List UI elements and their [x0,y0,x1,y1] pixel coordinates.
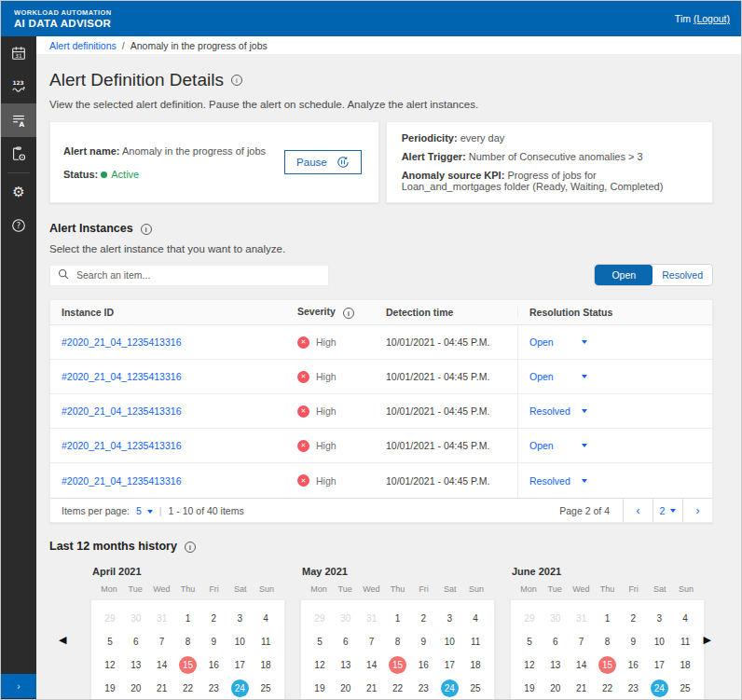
page-title-info-icon[interactable] [231,75,242,86]
prev-page-button[interactable]: ‹ [623,499,653,522]
calendar-day[interactable]: 3 [646,607,672,630]
calendar-day[interactable]: 22 [175,677,201,700]
calendar-day[interactable]: 13 [123,653,149,677]
calendar-day[interactable]: 14 [359,653,385,677]
sidebar-item-settings[interactable]: ⚙ [1,175,36,209]
instance-id-link[interactable]: #2020_21_04_1235413316 [62,371,181,382]
calendar-day[interactable]: 2 [620,607,646,630]
calendar-day[interactable]: 16 [620,653,646,677]
calendar-day[interactable]: 7 [149,630,175,653]
calendar-day[interactable]: 25 [672,677,698,700]
calendar-day[interactable]: 12 [516,653,543,677]
filter-open-button[interactable]: Open [595,265,653,285]
calendar-day[interactable]: 21 [569,677,595,700]
calendar-day[interactable]: 5 [97,630,123,653]
calendar-day[interactable]: 20 [333,677,359,700]
calendar-day[interactable]: 13 [333,653,359,677]
instance-id-link[interactable]: #2020_21_04_1235413316 [62,405,181,417]
next-page-button[interactable]: › [682,499,712,522]
resolution-status-dropdown[interactable]: Open [529,371,576,382]
severity-info-icon[interactable] [343,308,354,319]
calendar-day[interactable]: 17 [227,653,253,677]
calendar-day[interactable]: 19 [97,677,123,700]
calendar-day[interactable]: 9 [620,630,646,653]
calendar-day[interactable]: 25 [253,677,279,700]
calendar-day[interactable]: 17 [646,653,672,677]
sidebar-expand-button[interactable]: › [1,674,36,698]
calendar-day[interactable]: 6 [543,630,569,653]
sidebar-item-calendar[interactable]: 31 [1,36,36,70]
calendar-day[interactable]: 1 [595,607,621,630]
calendar-day[interactable]: 8 [175,630,201,653]
calendar-day[interactable]: 18 [253,653,279,677]
calendar-day[interactable]: 10 [436,630,462,653]
calendar-day[interactable]: 6 [123,630,149,653]
calendar-day[interactable]: 23 [410,677,436,700]
calendar-day[interactable]: 4 [462,607,488,630]
sidebar-item-help[interactable]: ? [1,209,36,242]
calendar-day[interactable]: 22 [385,677,411,700]
calendar-day[interactable]: 9 [410,630,436,653]
calendar-day[interactable]: 2 [200,607,227,630]
history-info-icon[interactable] [185,542,196,553]
calendar-day[interactable]: 24 [436,677,462,700]
calendar-day[interactable]: 1 [175,607,201,630]
calendar-day[interactable]: 1 [385,607,411,630]
calendar-day[interactable]: 11 [462,630,488,653]
breadcrumb-alert-definitions[interactable]: Alert definitions [49,40,117,51]
resolution-status-dropdown[interactable]: Resolved [529,405,576,417]
calendar-day[interactable]: 7 [359,630,385,653]
calendar-day[interactable]: 11 [253,630,279,653]
sidebar-item-kpis[interactable]: 123 [1,70,36,103]
calendar-day[interactable]: 18 [672,653,698,677]
alert-instances-info-icon[interactable] [141,224,152,235]
calendar-day[interactable]: 21 [359,677,385,700]
calendar-day[interactable]: 8 [385,630,411,653]
calendar-day[interactable]: 22 [595,677,621,700]
search-input[interactable] [76,269,321,281]
calendar-day[interactable]: 10 [646,630,672,653]
calendar-prev-icon[interactable]: ◀ [59,634,66,646]
calendar-day[interactable]: 10 [227,630,253,653]
calendar-day[interactable]: 17 [436,653,462,677]
instance-id-link[interactable]: #2020_21_04_1235413316 [62,475,181,487]
calendar-day[interactable]: 7 [569,630,595,653]
calendar-next-icon[interactable]: ▶ [704,634,711,646]
calendar-day[interactable]: 16 [410,653,436,677]
pause-button[interactable]: Pause [284,150,362,174]
logout-link[interactable]: (Logout) [694,13,730,24]
calendar-day[interactable]: 21 [149,677,175,700]
instance-id-link[interactable]: #2020_21_04_1235413316 [62,440,181,451]
calendar-day[interactable]: 16 [200,653,227,677]
calendar-day[interactable]: 8 [595,630,621,653]
calendar-day[interactable]: 2 [410,607,436,630]
instance-id-link[interactable]: #2020_21_04_1235413316 [62,336,181,348]
calendar-day[interactable]: 23 [620,677,646,700]
calendar-day[interactable]: 6 [333,630,359,653]
calendar-day[interactable]: 9 [200,630,227,653]
calendar-day[interactable]: 24 [646,677,672,700]
calendar-day[interactable]: 18 [462,653,488,677]
calendar-day[interactable]: 14 [149,653,175,677]
calendar-day[interactable]: 4 [253,607,279,630]
calendar-day[interactable]: 13 [543,653,569,677]
calendar-day[interactable]: 15 [595,653,621,677]
calendar-day[interactable]: 23 [200,677,227,700]
sidebar-item-scheduled[interactable] [1,137,36,171]
calendar-day[interactable]: 11 [672,630,698,653]
calendar-day[interactable]: 3 [436,607,462,630]
calendar-day[interactable]: 3 [227,607,253,630]
calendar-day[interactable]: 15 [175,653,201,677]
calendar-day[interactable]: 4 [672,607,698,630]
calendar-day[interactable]: 5 [307,630,333,653]
resolution-status-dropdown[interactable]: Open [529,336,576,348]
items-per-page-select[interactable]: 5 [136,505,153,516]
calendar-day[interactable]: 14 [569,653,595,677]
calendar-day[interactable]: 25 [462,677,488,700]
resolution-status-dropdown[interactable]: Resolved [529,475,576,487]
calendar-day[interactable]: 24 [227,677,253,700]
calendar-day[interactable]: 19 [307,677,333,700]
calendar-day[interactable]: 19 [516,677,543,700]
calendar-day[interactable]: 15 [385,653,411,677]
calendar-day[interactable]: 20 [123,677,149,700]
